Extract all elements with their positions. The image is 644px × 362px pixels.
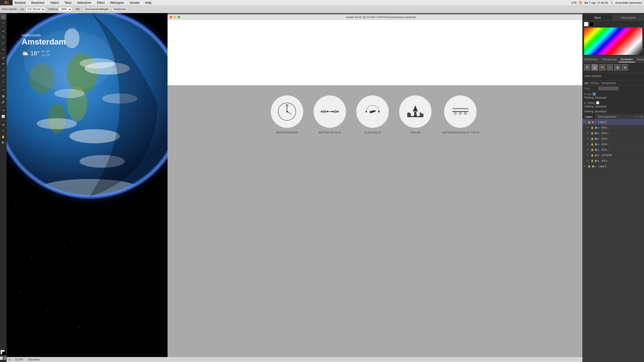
normal-mode[interactable] — [0, 356, 3, 360]
doc-instellingen-button[interactable]: Documentinstellingen — [83, 7, 110, 12]
warp-tool[interactable]: 〜 — [1, 87, 6, 93]
tab-symbolen[interactable]: Symbolen — [619, 57, 635, 62]
laag-item[interactable]: 👁 🔒 ▶ eGro... — [582, 125, 644, 130]
search-button[interactable]: 🔍 — [610, 1, 614, 4]
menu-help[interactable]: Help — [144, 1, 152, 5]
gradient-tool[interactable]: ▦ — [1, 93, 6, 99]
menu-bewerken[interactable]: Bewerken — [30, 1, 46, 5]
sym-6[interactable]: ◈ — [622, 64, 628, 71]
menu-selecteren[interactable]: Selecteren — [76, 1, 92, 5]
laag-expand-arrow[interactable]: ▶ — [598, 143, 601, 146]
laag-item[interactable]: 👁 🔒 ▶ Laag 3 — [582, 164, 644, 169]
tab-bibliotheke[interactable]: Bibliotheke — [582, 57, 600, 62]
dekking-select[interactable]: 100% — [59, 7, 72, 12]
laag-expand-arrow[interactable]: ▶ — [595, 165, 598, 168]
eyedropper-tool[interactable]: 💉 — [1, 99, 6, 105]
close-button[interactable] — [170, 16, 172, 18]
laag-lock[interactable]: 🔒 — [591, 137, 594, 140]
zoom-tool[interactable]: 🔍 — [1, 140, 6, 146]
laag-eye[interactable]: 👁 — [586, 159, 590, 162]
rect-tool[interactable]: ▭ — [1, 47, 6, 52]
laag-expand-arrow[interactable]: ▶ — [598, 126, 601, 129]
laag-lock[interactable]: 🔒 — [591, 159, 594, 162]
graph-tool[interactable]: 📊 — [1, 114, 6, 119]
fill-stroke-swatches[interactable] — [1, 350, 6, 355]
swatch-black[interactable] — [589, 22, 594, 26]
swatch-white[interactable] — [584, 22, 588, 26]
tab-lagen[interactable]: Lagen — [582, 114, 595, 119]
icon-metro[interactable]: METRO EN BUS — [313, 95, 346, 134]
rotate-tool[interactable]: ↻ — [1, 73, 6, 78]
scale-tool[interactable]: ⤢ — [1, 79, 6, 84]
blob-brush-tool[interactable]: ● — [1, 61, 6, 66]
laag-lock[interactable]: 🔒 — [588, 121, 591, 123]
tab-transparantie[interactable]: Transparantie — [601, 82, 616, 84]
icon-hoofdwegen[interactable]: HOOFDWEGEN — [271, 95, 303, 134]
sym-4[interactable]: ◌ — [607, 64, 613, 71]
laag-item[interactable]: 👁 🔒 ▶ eGro... — [582, 136, 644, 142]
tab-lijn[interactable]: Lijn — [584, 82, 588, 84]
laag-lock[interactable]: 🔒 — [588, 165, 591, 168]
laag-eye[interactable]: 👁 — [583, 121, 587, 123]
laag-expand-arrow[interactable]: ▼ — [595, 121, 598, 123]
tab-kleur[interactable]: Kleur — [582, 15, 613, 20]
dikte-input[interactable] — [598, 87, 619, 90]
icon-vliegveld[interactable]: VLIEGVELD — [356, 95, 389, 134]
menu-weergave[interactable]: Weergave — [109, 1, 125, 5]
paintbrush-tool[interactable]: 🖌 — [1, 55, 6, 60]
sym-5[interactable]: ◑ — [614, 64, 621, 71]
menu-bestand[interactable]: Bestand — [14, 1, 27, 5]
pen-tool[interactable]: ✒ — [1, 28, 6, 34]
direct-select-tool[interactable]: ↗ — [1, 20, 6, 26]
laag-eye[interactable]: 👁 — [586, 148, 590, 151]
laag-eye[interactable]: 👁 — [586, 137, 590, 140]
essentieel-dropdown[interactable]: Essentiële elementen — [616, 1, 642, 4]
vulling-color-swatch[interactable] — [596, 101, 599, 104]
laag-item[interactable]: 👁 🔒 ▶ LOCATIE — [582, 153, 644, 158]
laag-item[interactable]: 👁 🔒 ▶ eGro... — [582, 142, 644, 147]
select-tool[interactable]: ↖ — [1, 14, 6, 20]
color-gradient-bar[interactable] — [584, 27, 642, 55]
laag-eye[interactable]: 👁 — [586, 143, 590, 146]
laag-eye[interactable]: 👁 — [586, 132, 590, 134]
slice-tool[interactable]: ✂ — [1, 128, 6, 133]
menu-effect[interactable]: Effect — [96, 1, 106, 5]
lagen-add-btn[interactable]: + — [638, 115, 639, 118]
lagen-options-btn[interactable]: ≡ — [635, 115, 637, 118]
laag-eye[interactable]: 👁 — [586, 154, 590, 157]
icon-trein[interactable]: INETERNATIONALE TREIN — [442, 95, 479, 134]
icon-parijs[interactable]: PARIJS — [399, 95, 432, 134]
laag-expand-arrow[interactable]: ▶ — [598, 160, 601, 162]
laag-expand-arrow[interactable]: ▶ — [598, 132, 601, 134]
laag-expand-arrow[interactable]: ▶ — [598, 154, 601, 157]
lijn-color-swatch[interactable] — [593, 93, 596, 96]
laag-lock[interactable]: 🔒 — [591, 126, 594, 129]
artboard-tool[interactable]: ⊞ — [1, 122, 6, 127]
lagen-del-btn[interactable]: 🗑 — [640, 115, 643, 118]
line-tool[interactable]: ╱ — [1, 40, 6, 46]
lijn-select[interactable]: 5 pt. Round — [26, 7, 45, 12]
laag-item[interactable]: 👁 🔒 ▶ eGro... — [582, 158, 644, 164]
laag-lock[interactable]: 🔒 — [591, 148, 594, 151]
laag-expand-arrow[interactable]: ▶ — [598, 138, 601, 140]
minimize-button[interactable] — [174, 16, 176, 18]
laag-lock[interactable]: 🔒 — [591, 154, 594, 157]
laag-item[interactable]: 👁 🔒 ▶ eGro... — [582, 147, 644, 153]
document-canvas[interactable] — [168, 20, 582, 85]
symbol-tool[interactable]: ✦ — [1, 108, 6, 113]
sym-3[interactable]: ■ — [599, 64, 606, 71]
tab-vormgeving[interactable]: Vormgeving — [600, 57, 619, 62]
laag-lock[interactable]: 🔒 — [591, 143, 594, 146]
type-tool[interactable]: T — [1, 34, 6, 40]
laag-lock[interactable]: 🔒 — [591, 132, 594, 134]
tab-tekengebieden[interactable]: Tekengebieden — [595, 114, 620, 119]
laag-item[interactable]: 👁 🔒 ▶ eGro... — [582, 130, 644, 136]
laag-expand-arrow[interactable]: ▶ — [598, 149, 601, 151]
laag-item[interactable]: 👁 🔒 ▼ Laag 2 — [582, 119, 644, 125]
tab-afbeelding[interactable]: Afbeelding — [635, 57, 644, 62]
sym-2[interactable]: ☁ — [591, 64, 598, 71]
tab-verloop[interactable]: Verloop — [590, 82, 599, 84]
tab-kleurengids[interactable]: Kleurengids — [613, 15, 644, 20]
laag-eye[interactable]: 👁 — [583, 165, 587, 168]
menu-venster[interactable]: Venster — [128, 1, 141, 5]
